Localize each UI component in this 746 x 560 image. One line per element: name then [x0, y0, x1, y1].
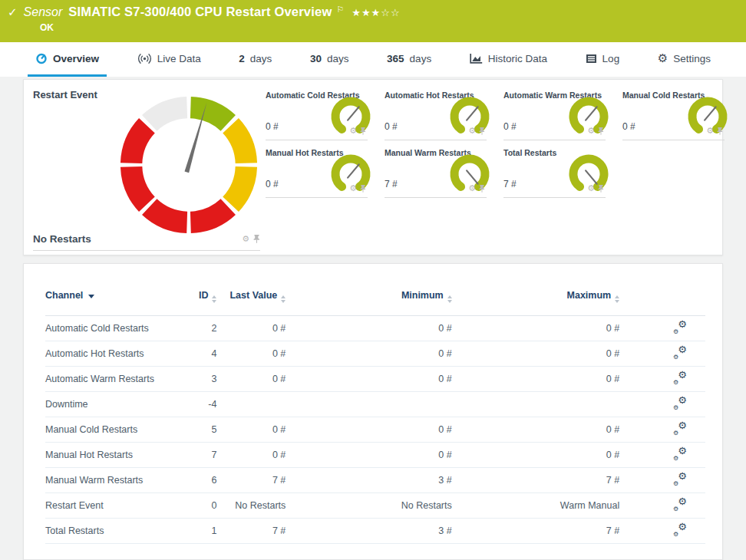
gauge-settings-gear-icon[interactable]: ⚙ — [587, 127, 595, 135]
channel-settings-icon[interactable]: ⚙⚙ — [673, 321, 687, 334]
divider — [503, 140, 606, 140]
sensor-status-banner: ✓ Sensor SIMATIC S7-300/400 CPU Restart … — [0, 0, 746, 42]
tab-historic-data[interactable]: Historic Data — [462, 42, 555, 77]
mini-gauge-automatic-cold-restarts: Automatic Cold Restarts 0 # ⚙ — [266, 86, 368, 142]
tab-bar: Overview Live Data 2 days 30 days 365 da… — [0, 42, 746, 77]
sort-icon — [212, 295, 216, 303]
object-kind-label: Sensor — [24, 5, 63, 19]
sort-icon — [281, 295, 286, 303]
table-header-row: Channel ID Last Value Minimum Maximum — [45, 287, 705, 316]
channel-settings-icon[interactable]: ⚙⚙ — [673, 371, 687, 385]
channel-settings-icon[interactable]: ⚙⚙ — [673, 498, 687, 512]
main-gauge-status-label: No Restarts — [33, 233, 91, 245]
channel-settings-icon[interactable]: ⚙⚙ — [673, 397, 687, 410]
mini-gauge-manual-hot-restarts: Manual Hot Restarts 0 # ⚙ — [266, 143, 368, 199]
sort-desc-icon — [88, 295, 94, 298]
tab-30-days[interactable]: 30 days — [302, 42, 357, 77]
pin-icon[interactable] — [479, 185, 485, 193]
gauge-icon — [35, 52, 48, 64]
mini-gauge-grid: Automatic Cold Restarts 0 # ⚙ Automatic … — [266, 86, 725, 199]
tab-settings[interactable]: ⚙ Settings — [650, 42, 718, 77]
channel-settings-icon[interactable]: ⚙⚙ — [673, 473, 687, 486]
ok-check-icon: ✓ — [8, 5, 18, 19]
flag-icon: ⚐ — [336, 5, 344, 15]
channel-settings-icon[interactable]: ⚙⚙ — [673, 346, 687, 360]
gauge-settings-gear-icon[interactable]: ⚙ — [242, 235, 249, 243]
tab-live-data[interactable]: Live Data — [130, 42, 209, 77]
tab-365-days[interactable]: 365 days — [379, 42, 439, 77]
mini-gauge-manual-cold-restarts: Manual Cold Restarts 0 # ⚙ — [622, 86, 725, 142]
mini-gauge-manual-warm-restarts: Manual Warm Restarts 7 # ⚙ — [385, 143, 487, 199]
divider — [266, 140, 368, 140]
gear-icon: ⚙ — [658, 53, 668, 64]
divider — [622, 140, 725, 140]
table-row[interactable]: Total Restarts 1 7 # 3 # 7 # ⚙⚙ — [45, 519, 705, 544]
mini-gauge-automatic-hot-restarts: Automatic Hot Restarts 0 # ⚙ — [385, 86, 487, 142]
sensor-status-text: OK — [40, 22, 54, 33]
column-header-minimum[interactable]: Minimum — [286, 287, 451, 316]
restart-event-gauge — [117, 94, 260, 236]
table-row[interactable]: Manual Warm Restarts 6 7 # 3 # 7 # ⚙⚙ — [45, 468, 705, 493]
table-row[interactable]: Automatic Cold Restarts 2 0 # 0 # 0 # ⚙⚙ — [45, 316, 705, 341]
channels-table-panel: Channel ID Last Value Minimum Maximum Au… — [23, 263, 723, 560]
channel-settings-icon[interactable]: ⚙⚙ — [673, 422, 687, 436]
area-chart-icon — [470, 53, 483, 64]
table-row[interactable]: Restart Event 0 No Restarts No Restarts … — [45, 493, 705, 519]
column-header-channel[interactable]: Channel — [45, 287, 170, 316]
divider — [385, 140, 487, 140]
pin-icon[interactable] — [253, 235, 260, 243]
table-row[interactable]: Downtime -4 ⚙⚙ — [45, 392, 705, 417]
channel-settings-icon[interactable]: ⚙⚙ — [673, 447, 687, 461]
mini-gauge-automatic-warm-restarts: Automatic Warm Restarts 0 # ⚙ — [503, 86, 606, 142]
gauge-settings-gear-icon[interactable]: ⚙ — [349, 184, 357, 193]
gauge-settings-gear-icon[interactable]: ⚙ — [349, 127, 357, 135]
divider — [503, 197, 606, 198]
gauge-settings-gear-icon[interactable]: ⚙ — [468, 184, 476, 193]
pin-icon[interactable] — [360, 185, 366, 193]
table-row[interactable]: Manual Cold Restarts 5 0 # 0 # 0 # ⚙⚙ — [45, 417, 705, 443]
table-row[interactable]: Automatic Hot Restarts 4 0 # 0 # 0 # ⚙⚙ — [45, 341, 705, 367]
tab-overview[interactable]: Overview — [28, 42, 107, 77]
column-header-edit — [619, 287, 705, 316]
table-row[interactable]: Automatic Warm Restarts 3 0 # 0 # 0 # ⚙⚙ — [45, 367, 705, 392]
tab-log[interactable]: Log — [578, 42, 628, 77]
pin-icon[interactable] — [479, 127, 485, 135]
column-header-id[interactable]: ID — [170, 287, 217, 316]
gauge-settings-gear-icon[interactable]: ⚙ — [468, 127, 476, 135]
pin-icon[interactable] — [717, 127, 723, 135]
log-list-icon — [586, 54, 597, 64]
channels-table: Channel ID Last Value Minimum Maximum Au… — [45, 287, 705, 544]
tab-2-days[interactable]: 2 days — [231, 42, 279, 77]
table-row[interactable]: Manual Hot Restarts 7 0 # 0 # 0 # ⚙⚙ — [45, 443, 705, 468]
sort-icon — [447, 295, 452, 303]
divider — [33, 250, 260, 251]
column-header-last-value[interactable]: Last Value — [216, 287, 286, 316]
column-header-maximum[interactable]: Maximum — [452, 287, 619, 316]
gauges-panel: Restart Event No Restarts ⚙ Automatic Co… — [23, 79, 723, 255]
channel-settings-icon[interactable]: ⚙⚙ — [673, 523, 687, 537]
pin-icon[interactable] — [360, 127, 366, 135]
sort-icon — [615, 295, 619, 303]
pin-icon[interactable] — [598, 127, 604, 135]
gauge-settings-gear-icon[interactable]: ⚙ — [587, 184, 595, 193]
pin-icon[interactable] — [598, 185, 604, 193]
main-gauge-title: Restart Event — [33, 89, 97, 100]
divider — [266, 197, 368, 198]
mini-gauge-total-restarts: Total Restarts 7 # ⚙ — [503, 143, 606, 199]
broadcast-icon — [137, 53, 152, 64]
priority-stars[interactable]: ★★★☆☆ — [352, 7, 400, 18]
page-title: SIMATIC S7-300/400 CPU Restart Overview — [68, 5, 332, 19]
divider — [385, 197, 487, 198]
gauge-settings-gear-icon[interactable]: ⚙ — [706, 127, 714, 135]
